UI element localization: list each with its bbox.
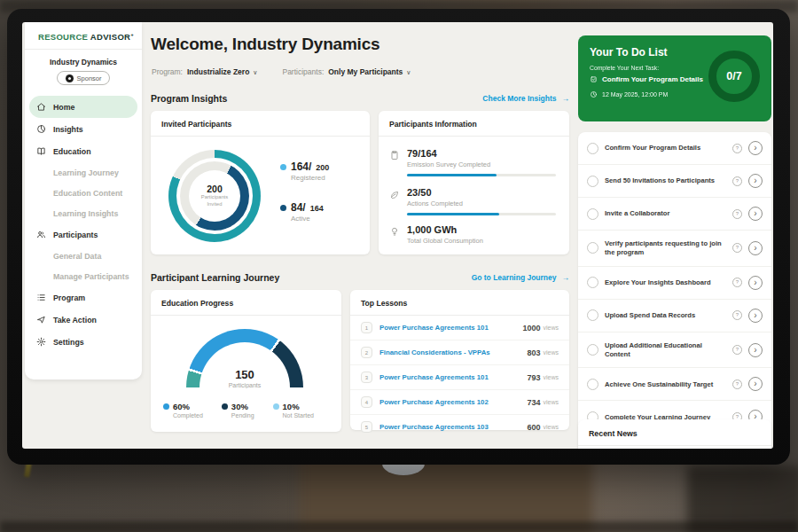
sidebar-item-education[interactable]: Education bbox=[25, 140, 142, 162]
todo-card: Your To Do List Complete Your Next Task:… bbox=[578, 35, 771, 121]
help-icon[interactable]: ? bbox=[732, 243, 742, 253]
lesson-link[interactable]: Financial Considerations - VPPAs bbox=[379, 348, 527, 356]
chevron-down-icon: ∨ bbox=[253, 69, 257, 75]
lesson-link[interactable]: Power Purchase Agreements 101 bbox=[379, 373, 527, 381]
todo-counter: 0/7 bbox=[726, 70, 741, 82]
task-row[interactable]: Invite a Collaborator ? › bbox=[578, 198, 771, 231]
chevron-right-icon[interactable]: › bbox=[748, 377, 763, 391]
home-icon bbox=[36, 102, 46, 112]
legend-completed: 60% Completed bbox=[163, 402, 203, 419]
task-row[interactable]: Confirm Your Program Details ? › bbox=[578, 132, 771, 165]
arrow-right-icon: → bbox=[562, 273, 570, 282]
lesson-rank: 4 bbox=[361, 396, 372, 408]
org-name: Industry Dynamics bbox=[25, 58, 142, 66]
task-checkbox[interactable] bbox=[587, 176, 598, 187]
participants-filter[interactable]: Participants:Only My Participants∨ bbox=[282, 67, 411, 76]
lesson-rank: 5 bbox=[361, 421, 372, 433]
page-title: Welcome, Industry Dynamics bbox=[151, 35, 379, 54]
task-checkbox[interactable] bbox=[587, 344, 598, 356]
sponsor-label: Sponsor bbox=[77, 74, 102, 82]
education-progress-title: Education Progress bbox=[151, 290, 341, 316]
logo-advisor: ADVISOR bbox=[90, 32, 130, 42]
help-icon[interactable]: ? bbox=[732, 176, 742, 186]
help-icon[interactable]: ? bbox=[732, 379, 742, 389]
chevron-right-icon[interactable]: › bbox=[748, 343, 763, 357]
take-action-icon bbox=[36, 315, 46, 325]
recent-news-title: Recent News bbox=[578, 419, 771, 446]
sidebar-item-education-content[interactable]: Education Content bbox=[25, 183, 142, 203]
task-checkbox[interactable] bbox=[587, 208, 598, 220]
todo-due-date: 12 May 2025, 12:00 PM bbox=[590, 90, 668, 98]
gauge-legend: 60% Completed 30% Pending 10% Not Starte… bbox=[163, 402, 314, 419]
lesson-link[interactable]: Power Purchase Agreements 102 bbox=[379, 398, 527, 406]
program-filter-value: Industrialize Zero bbox=[187, 67, 249, 76]
task-row[interactable]: Upload Spend Data Records ? › bbox=[578, 300, 771, 332]
help-icon[interactable]: ? bbox=[732, 144, 742, 153]
sidebar-item-manage-participants[interactable]: Manage Participants bbox=[25, 266, 142, 286]
sidebar-item-insights[interactable]: Insights bbox=[25, 118, 142, 140]
go-to-learning-journey-link[interactable]: Go to Learning Journey→ bbox=[472, 273, 569, 282]
sponsor-badge[interactable]: Sponsor bbox=[57, 71, 111, 85]
sidebar-item-participants[interactable]: Participants bbox=[25, 223, 142, 246]
task-row[interactable]: Send 50 Invitations to Participants ? › bbox=[578, 165, 771, 198]
lesson-link[interactable]: Power Purchase Agreements 101 bbox=[379, 324, 522, 332]
todo-subtitle: Complete Your Next Task: bbox=[590, 65, 659, 71]
legend-pending: 30% Pending bbox=[222, 402, 254, 419]
task-row[interactable]: Upload Additional Educational Content ? … bbox=[578, 332, 771, 369]
sidebar-item-learning-insights[interactable]: Learning Insights bbox=[25, 203, 142, 223]
donut-center: 200 Participants Invited bbox=[189, 170, 240, 222]
sidebar-item-general-data[interactable]: General Data bbox=[25, 246, 142, 266]
participants-information-title: Participants Information bbox=[379, 111, 569, 137]
chevron-right-icon[interactable]: › bbox=[748, 276, 763, 290]
progress-bar bbox=[407, 174, 556, 176]
lesson-row: 3 Power Purchase Agreements 101 793views bbox=[350, 365, 569, 390]
chevron-right-icon[interactable]: › bbox=[748, 141, 763, 155]
stat-emission-survey: 79/164 Emission Survey Completed bbox=[389, 148, 556, 176]
chevron-right-icon[interactable]: › bbox=[748, 207, 763, 221]
legend-dot bbox=[222, 403, 228, 410]
chevron-right-icon[interactable]: › bbox=[748, 241, 763, 255]
progress-bar-fill bbox=[407, 213, 499, 215]
legend-dot bbox=[163, 403, 169, 410]
sidebar-item-learning-journey[interactable]: Learning Journey bbox=[25, 162, 142, 183]
task-checkbox[interactable] bbox=[587, 379, 598, 390]
task-checkbox[interactable] bbox=[587, 277, 598, 288]
help-icon[interactable]: ? bbox=[732, 209, 742, 219]
participants-filter-label: Participants: bbox=[282, 67, 324, 76]
education-icon bbox=[36, 146, 46, 156]
task-row[interactable]: Achieve One Sustainability Target ? › bbox=[578, 368, 771, 401]
sidebar-item-program[interactable]: Program bbox=[25, 286, 142, 309]
task-row[interactable]: Explore Your Insights Dashboard ? › bbox=[578, 267, 771, 300]
sidebar-item-home[interactable]: Home bbox=[29, 96, 137, 118]
help-icon[interactable]: ? bbox=[732, 345, 742, 355]
participants-icon bbox=[36, 230, 46, 239]
help-icon[interactable]: ? bbox=[732, 310, 742, 320]
help-icon[interactable]: ? bbox=[732, 278, 742, 287]
top-lessons-title: Top Lessons bbox=[350, 290, 569, 316]
task-checkbox[interactable] bbox=[587, 242, 598, 254]
lesson-link[interactable]: Power Purchase Agreements 103 bbox=[379, 423, 527, 431]
chevron-right-icon[interactable]: › bbox=[748, 309, 763, 323]
legend-dot bbox=[280, 205, 286, 211]
progress-bar-fill bbox=[407, 174, 497, 176]
legend-registered: 164/200 Registered bbox=[280, 160, 329, 182]
chevron-right-icon[interactable]: › bbox=[748, 174, 763, 188]
participants-filter-value: Only My Participants bbox=[328, 67, 403, 76]
legend-not-started: 10% Not Started bbox=[273, 402, 314, 419]
education-progress-card: Education Progress 150 Participants 60% … bbox=[151, 290, 341, 432]
progress-bar bbox=[407, 213, 556, 215]
task-checkbox[interactable] bbox=[587, 309, 598, 321]
task-row[interactable]: Verify participants requesting to join t… bbox=[578, 231, 771, 267]
sidebar-item-take-action[interactable]: Take Action bbox=[25, 309, 142, 331]
task-checkbox[interactable] bbox=[587, 143, 598, 154]
program-filter[interactable]: Program:Industrialize Zero∨ bbox=[152, 67, 257, 76]
check-more-insights-link[interactable]: Check More Insights→ bbox=[482, 94, 569, 103]
lesson-row: 2 Financial Considerations - VPPAs 803vi… bbox=[350, 340, 569, 365]
donut-legend: 164/200 Registered 84/164 Active bbox=[280, 160, 329, 242]
sidebar-item-settings[interactable]: Settings bbox=[25, 331, 142, 353]
lesson-row: 1 Power Purchase Agreements 101 1000view… bbox=[350, 316, 569, 340]
actions-icon bbox=[389, 189, 400, 200]
legend-dot bbox=[280, 164, 286, 170]
arrow-right-icon: → bbox=[562, 94, 570, 103]
learning-journey-title: Participant Learning Journey bbox=[151, 272, 279, 283]
